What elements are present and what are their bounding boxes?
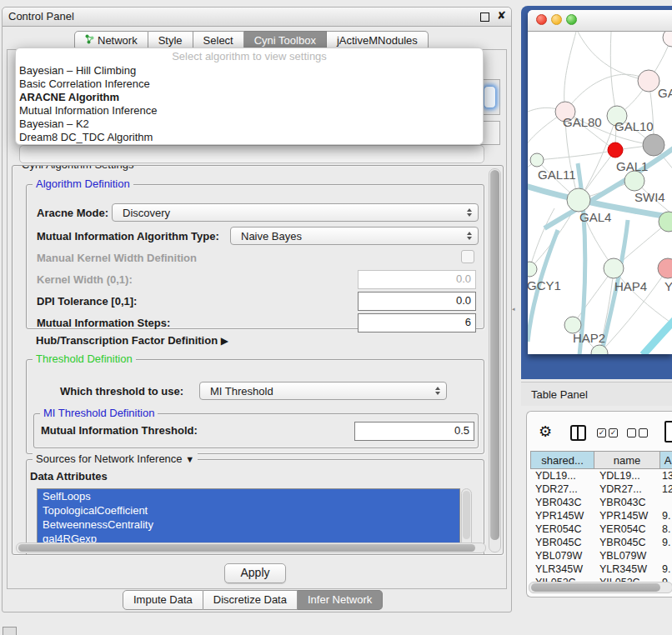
node-label-swi4: SWI4 xyxy=(634,190,665,204)
which-threshold-value: MI Threshold xyxy=(210,385,273,398)
table-cell: YBR045C xyxy=(594,536,660,549)
control-panel-title: Control Panel xyxy=(8,10,74,22)
table-hscroll-thumb[interactable] xyxy=(531,583,660,592)
sources-title[interactable]: Sources for Network Inference ▼ xyxy=(33,452,198,465)
network-canvas[interactable]: GAL7GAL80GAL10GAL1GAL11SWI4GAL4GCY1HAP4Y… xyxy=(528,32,672,354)
table-row[interactable]: YBR043CYBR043C xyxy=(530,496,672,509)
algorithm-dropdown-placeholder: Select algorithm to view settings xyxy=(16,48,483,64)
network-node-bottom-green[interactable] xyxy=(591,345,608,354)
network-window-titlebar[interactable] xyxy=(528,10,672,32)
manual-kernel-checkbox[interactable] xyxy=(461,250,474,263)
attributes-scroll-thumb[interactable] xyxy=(463,491,470,539)
attribute-item-betweennesscentrality[interactable]: BetweennessCentrality xyxy=(38,518,459,532)
tab-discretize-data[interactable]: Discretize Data xyxy=(203,590,298,610)
mi-type-value: Naive Bayes xyxy=(241,230,302,242)
node-label-gal11: GAL11 xyxy=(538,168,576,182)
settings-hscroll-thumb[interactable] xyxy=(18,544,475,552)
kernel-width-label: Kernel Width (0,1): xyxy=(37,273,133,286)
network-node-gray-node[interactable] xyxy=(643,134,664,156)
table-row[interactable]: YER054CYER054C8. xyxy=(530,522,672,536)
sources-group: Sources for Network Inference ▼ Data Att… xyxy=(26,459,484,555)
checked-box-icon[interactable]: ✓ xyxy=(597,428,606,438)
threshold-definition-title: Threshold Definition xyxy=(33,352,136,365)
table-cell: YPR145W xyxy=(530,509,594,522)
tab-infer-network[interactable]: Infer Network xyxy=(298,590,383,610)
network-node-top-right-partial[interactable] xyxy=(663,32,672,47)
aracne-mode-combo[interactable]: Discovery xyxy=(112,203,479,222)
zoom-traffic-light-icon[interactable] xyxy=(566,14,577,25)
table-cell: YDR27... xyxy=(530,482,594,496)
hidden-network-combo xyxy=(19,145,484,163)
settings-horizontal-scrollbar[interactable] xyxy=(16,542,486,553)
minimize-traffic-light-icon[interactable] xyxy=(551,14,562,25)
network-node-red-node[interactable] xyxy=(608,142,623,158)
attribute-item-topologicalcoefficient[interactable]: TopologicalCoefficient xyxy=(38,503,459,518)
kernel-width-field[interactable]: 0.0 xyxy=(358,270,476,289)
dpi-tolerance-field[interactable]: 0.0 xyxy=(358,292,476,311)
column-header-name[interactable]: name xyxy=(594,451,660,469)
tab-label: jActiveMNodules xyxy=(337,34,418,47)
algorithm-option-dream8-dc-tdc-algorithm[interactable]: Dream8 DC_TDC Algorithm xyxy=(16,131,483,144)
table-row[interactable]: YDR27...YDR27...12 xyxy=(530,482,672,496)
table-cell: YDL19... xyxy=(594,469,660,482)
table-row[interactable]: YDL19...YDL19...13 xyxy=(530,469,672,482)
checked-box-icon[interactable]: ✓ xyxy=(609,428,618,438)
network-node-pink-y[interactable] xyxy=(658,258,672,278)
table-horizontal-scrollbar[interactable] xyxy=(529,582,672,593)
algorithm-option-aracne-algorithm[interactable]: ARACNE Algorithm xyxy=(16,91,483,104)
network-node-gcy1[interactable] xyxy=(528,262,537,277)
network-edge xyxy=(573,268,614,325)
settings-vscroll-thumb[interactable] xyxy=(490,170,499,540)
network-edge xyxy=(643,315,672,354)
hub-definition-toggle[interactable]: Hub/Transcription Factor Definition ▶ xyxy=(36,334,228,347)
column-header-shared-[interactable]: shared... xyxy=(530,451,594,469)
algorithm-option-bayesian-hill-climbing[interactable]: Bayesian – Hill Climbing xyxy=(16,64,483,78)
unchecked-box-icon[interactable] xyxy=(639,428,648,438)
settings-vertical-scrollbar[interactable] xyxy=(489,168,501,552)
table-row[interactable]: YLR345WYLR345W9. xyxy=(530,562,672,576)
tab-label: Network xyxy=(98,34,138,47)
node-label-gal1: GAL1 xyxy=(616,159,648,173)
bottom-tabs: Impute DataDiscretize DataInfer Network xyxy=(123,590,383,610)
mi-type-combo[interactable]: Naive Bayes xyxy=(230,227,479,245)
table-row[interactable]: YBL079WYBL079W xyxy=(530,549,672,562)
attribute-item-selfloops[interactable]: SelfLoops xyxy=(38,489,459,503)
network-window: GAL7GAL80GAL10GAL1GAL11SWI4GAL4GCY1HAP4Y… xyxy=(528,10,672,354)
mi-steps-field[interactable]: 6 xyxy=(358,313,476,332)
network-node-gal11[interactable] xyxy=(530,153,544,167)
which-threshold-label: Which threshold to use: xyxy=(60,385,183,398)
table-cell: YBL079W xyxy=(594,549,660,562)
network-node-swi4[interactable] xyxy=(624,171,644,191)
float-window-icon[interactable] xyxy=(480,12,489,22)
table-cell: 9. xyxy=(660,562,672,576)
close-traffic-light-icon[interactable] xyxy=(536,14,547,25)
column-header-a[interactable]: A xyxy=(660,451,672,469)
table-row[interactable]: YBR045CYBR045C9. xyxy=(530,536,672,549)
panel-divider-handle[interactable]: ◂ xyxy=(512,306,516,312)
table-panel-titlebar: Table Panel xyxy=(521,382,672,406)
minimized-panel-icon[interactable] xyxy=(3,627,17,635)
expand-arrow-icon: ▶ xyxy=(221,335,228,347)
table-cell: YBR045C xyxy=(530,536,594,549)
tab-impute-data[interactable]: Impute Data xyxy=(123,590,203,610)
network-icon xyxy=(85,34,94,47)
gear-icon[interactable]: ⚙ xyxy=(539,424,552,439)
table-row[interactable]: YPR145WYPR145W9. xyxy=(530,509,672,522)
network-node-gal7[interactable] xyxy=(638,70,659,92)
columns-icon[interactable] xyxy=(570,425,586,441)
table-cell: YER054C xyxy=(594,522,660,536)
which-threshold-combo[interactable]: MI Threshold xyxy=(199,382,447,400)
network-node-hap4[interactable] xyxy=(604,258,624,278)
table-cell: YBR043C xyxy=(530,496,594,509)
network-node-gal4[interactable] xyxy=(567,188,590,212)
file-icon[interactable] xyxy=(664,421,672,442)
unchecked-box-icon[interactable] xyxy=(627,428,636,438)
algorithm-option-bayesian-k2[interactable]: Bayesian – K2 xyxy=(16,118,483,131)
close-icon[interactable]: ✘ xyxy=(497,9,506,22)
manual-kernel-label: Manual Kernel Width Definition xyxy=(37,252,197,264)
mi-threshold-field[interactable]: 0.5 xyxy=(354,422,474,441)
apply-button[interactable]: Apply xyxy=(224,563,286,583)
algorithm-option-mutual-information-inference[interactable]: Mutual Information Inference xyxy=(16,104,483,118)
table-cell: YPR145W xyxy=(594,509,660,522)
algorithm-option-basic-correlation-inference[interactable]: Basic Correlation Inference xyxy=(16,78,483,91)
